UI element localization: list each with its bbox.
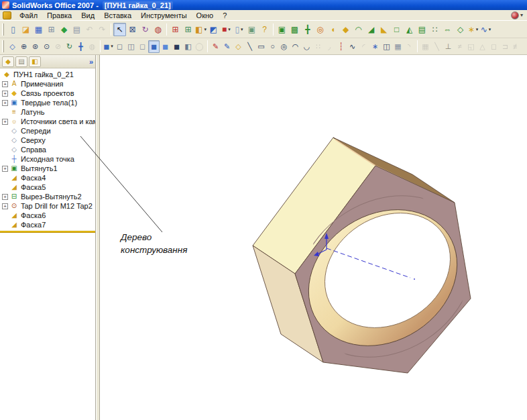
featuremanager-tab[interactable]: ◆: [2, 56, 14, 67]
rectangle-button[interactable]: ▭: [255, 40, 267, 53]
tree-item[interactable]: ◢Фаска4: [0, 173, 95, 182]
document-icon[interactable]: [3, 11, 11, 19]
zoom-to-fit-button[interactable]: ⊠: [126, 23, 139, 36]
curves-button[interactable]: ∿▾: [479, 23, 492, 36]
zoom-to-selection-button[interactable]: ⊙: [41, 40, 52, 53]
circle-button[interactable]: ○: [267, 40, 278, 53]
extruded-boss-button[interactable]: ▣: [276, 23, 288, 36]
mirror-entities-button[interactable]: ◫: [381, 40, 392, 53]
make-drawing-from-part-button[interactable]: ⊞: [45, 23, 58, 36]
tree-item[interactable]: ◢Фаска7: [0, 220, 95, 229]
menu-правка[interactable]: Правка: [42, 11, 76, 20]
view-modes-button[interactable]: ◼▾: [103, 40, 114, 53]
section-view-button[interactable]: ◧: [182, 40, 194, 53]
centerline-button[interactable]: ┆: [335, 40, 347, 53]
hole-wizard-button[interactable]: ▤: [416, 23, 428, 36]
new-document-button[interactable]: ▯: [7, 23, 19, 36]
material-cube-button[interactable]: ■▾: [220, 23, 233, 36]
wireframe-button[interactable]: ◻: [114, 40, 125, 53]
tree-item[interactable]: +▣Твердые тела(1): [0, 98, 95, 107]
solidworks-resources-icon[interactable]: [511, 11, 519, 19]
help-button[interactable]: ?: [258, 23, 271, 36]
chamfer-button[interactable]: ◢: [365, 23, 377, 36]
perimeter-circle-button[interactable]: ◎: [278, 40, 290, 53]
menu-[interactable]: ?: [218, 11, 231, 20]
draft-button[interactable]: ◭: [403, 23, 416, 36]
sketch-button[interactable]: ✎: [210, 40, 221, 53]
extruded-cut-button[interactable]: ◖: [327, 23, 339, 36]
mirror-feature-button[interactable]: ⇔: [441, 23, 454, 36]
chevron-down-icon[interactable]: ▾: [476, 27, 479, 32]
tree-item[interactable]: ◇Спереди: [0, 126, 95, 136]
expand-plus-icon[interactable]: +: [2, 166, 8, 172]
rib-button[interactable]: ◣: [377, 23, 390, 36]
tangent-arc-button[interactable]: ◡: [301, 40, 312, 53]
expand-plus-icon[interactable]: +: [2, 81, 8, 87]
expand-plus-icon[interactable]: +: [2, 203, 8, 209]
sheet-properties-button[interactable]: ▣: [245, 23, 258, 36]
line-button[interactable]: ╲: [244, 40, 255, 53]
tree-item[interactable]: ◢Фаска5: [0, 182, 95, 192]
chevron-down-icon[interactable]: ▾: [489, 27, 491, 32]
graphics-area[interactable]: [100, 55, 527, 420]
tree-item[interactable]: +AПримечания: [0, 79, 95, 89]
point-button[interactable]: ∗: [369, 40, 381, 53]
lofted-boss-button[interactable]: ◆: [339, 23, 352, 36]
revolved-boss-button[interactable]: ▩: [288, 23, 301, 36]
rotate-view-button[interactable]: ↻: [64, 40, 75, 53]
chevron-down-icon[interactable]: ▾: [204, 27, 207, 32]
menu-файл[interactable]: Файл: [15, 11, 42, 20]
revolved-cut-button[interactable]: ◎: [314, 23, 327, 36]
shaded-with-edges-button[interactable]: ◼: [148, 40, 160, 53]
reference-geometry-button[interactable]: ◇: [454, 23, 467, 36]
instant3d-button[interactable]: ∗▾: [467, 23, 479, 36]
menu-окно[interactable]: Окно: [192, 11, 219, 20]
rebuild-stoplight-button[interactable]: ◍: [152, 23, 164, 36]
open-document-button[interactable]: ◪: [19, 23, 32, 36]
tree-item[interactable]: ≡Латунь: [0, 107, 95, 117]
expand-plus-icon[interactable]: +: [2, 194, 8, 200]
configurationmanager-tab[interactable]: ◧: [29, 56, 41, 67]
expand-plus-icon[interactable]: +: [2, 119, 8, 125]
shaded-button[interactable]: ◼: [160, 40, 171, 53]
tree-item[interactable]: ◇Сверху: [0, 136, 95, 145]
menu-вид[interactable]: Вид: [76, 11, 99, 20]
3d-sketch-button[interactable]: ✎: [221, 40, 233, 53]
hidden-lines-visible-button[interactable]: ◫: [125, 40, 137, 53]
rotate-view-tool-button[interactable]: ↻: [139, 23, 152, 36]
swept-boss-button[interactable]: ╋: [301, 23, 314, 36]
appearance-swatch-button[interactable]: ◧▾: [194, 23, 207, 36]
chevron-down-icon[interactable]: ▾: [241, 27, 243, 32]
hidden-lines-removed-button[interactable]: ◻: [137, 40, 148, 53]
design-table-button[interactable]: ⊞: [169, 23, 182, 36]
perpendicular-relation-button[interactable]: ⊥: [443, 40, 454, 53]
grid-snap-button[interactable]: ▦: [392, 40, 404, 53]
tree-item[interactable]: ◢Фаска6: [0, 211, 95, 220]
shadows-in-shaded-button[interactable]: ◼: [171, 40, 182, 53]
shell-button[interactable]: □: [390, 23, 403, 36]
panel-expand-chevron-icon[interactable]: »: [89, 58, 93, 66]
chevron-down-icon[interactable]: ▾: [228, 27, 231, 32]
propertymanager-tab[interactable]: ▤: [15, 56, 27, 67]
chevron-down-icon[interactable]: ▾: [520, 12, 523, 18]
tree-item[interactable]: +⊙Tap Drill for M12 Tap2: [0, 201, 95, 211]
fillet-button[interactable]: ◠: [352, 23, 365, 36]
publish-edrawings-button[interactable]: ◆: [58, 23, 70, 36]
menu-инструменты[interactable]: Инструменты: [136, 11, 192, 20]
spline-button[interactable]: ∿: [347, 40, 358, 53]
tree-item[interactable]: ◇Справа: [0, 145, 95, 154]
view-orientation-button[interactable]: ◇: [7, 40, 18, 53]
zoom-in-out-button[interactable]: ⊛: [30, 40, 41, 53]
rollback-bar[interactable]: [0, 231, 95, 233]
print-button[interactable]: ▤: [70, 23, 83, 36]
chevron-down-icon[interactable]: ▾: [111, 44, 113, 49]
select-arrow-button[interactable]: ↖: [113, 23, 126, 36]
tree-item[interactable]: +☼Источники света и камеры: [0, 117, 95, 126]
zoom-to-area-button[interactable]: ⊕: [18, 40, 30, 53]
tree-item[interactable]: +⊟Вырез-Вытянуть2: [0, 192, 95, 201]
tree-item[interactable]: +◆Связь проектов: [0, 89, 95, 98]
task-scheduler-button[interactable]: ◩: [207, 23, 220, 36]
tree-item[interactable]: ◆ПУН1 гайка_0_21: [0, 70, 95, 79]
equations-table-button[interactable]: ⊞: [182, 23, 194, 36]
tree-item[interactable]: +▣Вытянуть1: [0, 164, 95, 173]
